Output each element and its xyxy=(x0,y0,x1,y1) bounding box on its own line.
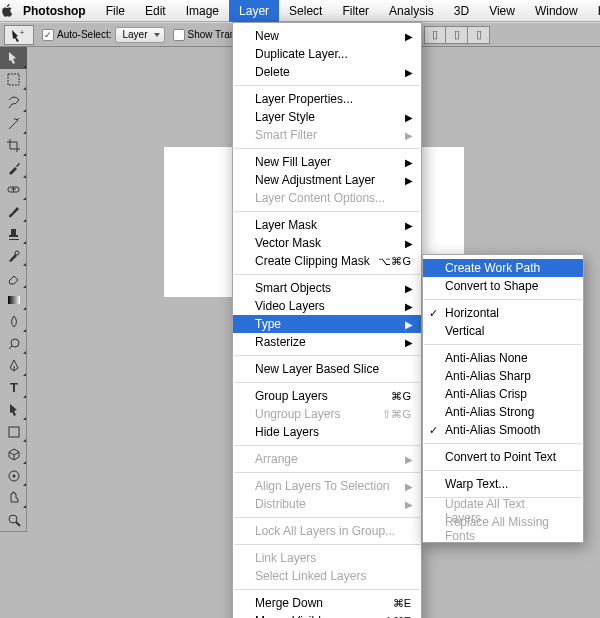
svg-text:+: + xyxy=(20,29,24,36)
layer-menu-item[interactable]: Video Layers▶ xyxy=(233,297,421,315)
layer-menu-item[interactable]: Layer Style▶ xyxy=(233,108,421,126)
menu-item-label: Layer Properties... xyxy=(255,92,353,106)
menu-item-label: Smart Filter xyxy=(255,128,317,142)
menubar-select[interactable]: Select xyxy=(279,0,332,22)
blur-tool[interactable] xyxy=(0,311,27,333)
brush-tool[interactable] xyxy=(0,201,27,223)
submenu-arrow-icon: ▶ xyxy=(405,157,413,168)
menubar-help[interactable]: Help xyxy=(588,0,600,22)
layer-menu-item[interactable]: Create Clipping Mask⌥⌘G xyxy=(233,252,421,270)
layer-menu-item: Arrange▶ xyxy=(233,450,421,468)
toolbox: T xyxy=(0,47,27,532)
menu-shortcut: ⌘E xyxy=(393,597,411,610)
type-submenu-item[interactable]: ✓Anti-Alias Smooth xyxy=(423,421,583,439)
menu-item-label: Horizontal xyxy=(445,306,499,320)
submenu-arrow-icon: ▶ xyxy=(405,31,413,42)
3d-camera-tool[interactable] xyxy=(0,465,27,487)
lasso-tool[interactable] xyxy=(0,91,27,113)
type-submenu-item[interactable]: Create Work Path xyxy=(423,259,583,277)
submenu-arrow-icon: ▶ xyxy=(405,283,413,294)
type-submenu-item[interactable]: Warp Text... xyxy=(423,475,583,493)
layer-menu-item[interactable]: Rasterize▶ xyxy=(233,333,421,351)
layer-menu-item[interactable]: New Fill Layer▶ xyxy=(233,153,421,171)
menubar-file[interactable]: File xyxy=(96,0,135,22)
menu-shortcut: ⇧⌘E xyxy=(384,615,411,619)
layer-menu-item: Distribute▶ xyxy=(233,495,421,513)
zoom-tool[interactable] xyxy=(0,509,27,531)
menubar-analysis[interactable]: Analysis xyxy=(379,0,444,22)
layer-menu-item[interactable]: Merge Visible⇧⌘E xyxy=(233,612,421,618)
menu-item-label: Hide Layers xyxy=(255,425,319,439)
layer-menu-item[interactable]: Smart Objects▶ xyxy=(233,279,421,297)
hand-tool[interactable] xyxy=(0,487,27,509)
layer-menu-item[interactable]: Vector Mask▶ xyxy=(233,234,421,252)
type-submenu-item[interactable]: Anti-Alias Crisp xyxy=(423,385,583,403)
layer-menu-item[interactable]: Type▶ xyxy=(233,315,421,333)
layer-menu-item[interactable]: Group Layers⌘G xyxy=(233,387,421,405)
menu-item-label: Arrange xyxy=(255,452,298,466)
menubar-edit[interactable]: Edit xyxy=(135,0,176,22)
menu-item-label: Duplicate Layer... xyxy=(255,47,348,61)
layer-menu-item[interactable]: Delete▶ xyxy=(233,63,421,81)
submenu-arrow-icon: ▶ xyxy=(405,337,413,348)
menubar-layer[interactable]: Layer xyxy=(229,0,279,22)
wand-tool[interactable] xyxy=(0,113,27,135)
dodge-tool[interactable] xyxy=(0,333,27,355)
shape-tool[interactable] xyxy=(0,421,27,443)
menubar-view[interactable]: View xyxy=(479,0,525,22)
type-submenu-item[interactable]: Anti-Alias Sharp xyxy=(423,367,583,385)
layer-menu-item[interactable]: New Adjustment Layer▶ xyxy=(233,171,421,189)
menu-item-label: Type xyxy=(255,317,281,331)
apple-menu[interactable] xyxy=(0,4,13,17)
layer-menu-item[interactable]: Layer Mask▶ xyxy=(233,216,421,234)
history-brush-tool[interactable] xyxy=(0,245,27,267)
layer-menu-item[interactable]: New Layer Based Slice xyxy=(233,360,421,378)
path-select-tool[interactable] xyxy=(0,399,27,421)
svg-point-10 xyxy=(9,515,17,523)
auto-select-dropdown[interactable]: Layer xyxy=(115,27,164,43)
type-submenu-item[interactable]: Vertical xyxy=(423,322,583,340)
eraser-tool[interactable] xyxy=(0,267,27,289)
stamp-tool[interactable] xyxy=(0,223,27,245)
menu-item-label: Select Linked Layers xyxy=(255,569,366,583)
distribute-icon[interactable]: ▯ xyxy=(446,26,468,44)
menubar-filter[interactable]: Filter xyxy=(332,0,379,22)
menu-item-label: Anti-Alias Strong xyxy=(445,405,534,419)
type-submenu-item[interactable]: ✓Horizontal xyxy=(423,304,583,322)
tool-preset-picker[interactable]: + xyxy=(4,25,34,45)
menu-item-label: Anti-Alias Crisp xyxy=(445,387,527,401)
move-tool[interactable] xyxy=(0,47,27,69)
type-submenu-item[interactable]: Anti-Alias None xyxy=(423,349,583,367)
menu-shortcut: ⌘G xyxy=(391,390,411,403)
auto-select-checkbox[interactable]: ✓ Auto-Select: xyxy=(42,29,111,41)
menubar-image[interactable]: Image xyxy=(176,0,229,22)
3d-tool[interactable] xyxy=(0,443,27,465)
menu-separator xyxy=(234,589,420,590)
type-submenu-item[interactable]: Anti-Alias Strong xyxy=(423,403,583,421)
menubar-3d[interactable]: 3D xyxy=(444,0,479,22)
layer-menu-item[interactable]: Merge Down⌘E xyxy=(233,594,421,612)
layer-menu-item[interactable]: Hide Layers xyxy=(233,423,421,441)
healing-tool[interactable] xyxy=(0,179,27,201)
eyedropper-tool[interactable] xyxy=(0,157,27,179)
menubar-app[interactable]: Photoshop xyxy=(13,0,96,22)
marquee-tool[interactable] xyxy=(0,69,27,91)
type-submenu-item[interactable]: Convert to Shape xyxy=(423,277,583,295)
menubar-window[interactable]: Window xyxy=(525,0,588,22)
menu-separator xyxy=(234,355,420,356)
menu-item-label: Vertical xyxy=(445,324,484,338)
layer-menu-item[interactable]: New▶ xyxy=(233,27,421,45)
layer-menu-item[interactable]: Duplicate Layer... xyxy=(233,45,421,63)
type-submenu-item[interactable]: Convert to Point Text xyxy=(423,448,583,466)
menu-item-label: Convert to Point Text xyxy=(445,450,556,464)
menu-item-label: New Fill Layer xyxy=(255,155,331,169)
crop-tool[interactable] xyxy=(0,135,27,157)
gradient-tool[interactable] xyxy=(0,289,27,311)
layer-menu-item[interactable]: Layer Properties... xyxy=(233,90,421,108)
pen-tool[interactable] xyxy=(0,355,27,377)
submenu-arrow-icon: ▶ xyxy=(405,481,413,492)
menu-item-label: Delete xyxy=(255,65,290,79)
distribute-icon[interactable]: ▯ xyxy=(468,26,490,44)
type-tool[interactable]: T xyxy=(0,377,27,399)
distribute-icon[interactable]: ▯ xyxy=(424,26,446,44)
